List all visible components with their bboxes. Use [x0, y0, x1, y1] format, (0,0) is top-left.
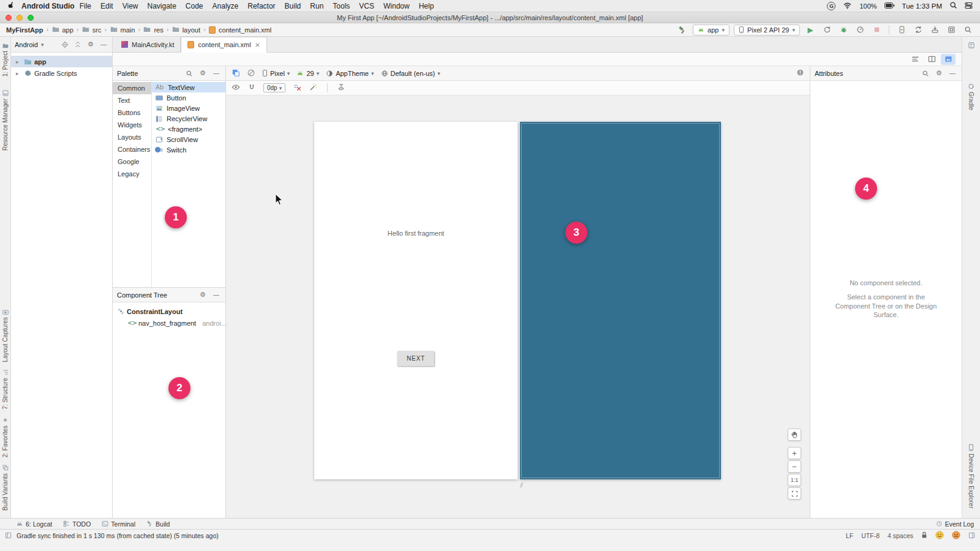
zoom-in-button[interactable]: +	[788, 447, 801, 459]
default-margin-dropdown[interactable]: 0dp ▾	[263, 83, 285, 92]
menu-file[interactable]: File	[80, 2, 91, 10]
event-log-button[interactable]: Event Log	[936, 520, 974, 528]
design-view-icon[interactable]	[941, 54, 956, 65]
resize-handle-icon[interactable]: ⫽	[520, 481, 523, 489]
close-window-button[interactable]	[6, 15, 12, 21]
battery-icon[interactable]	[884, 2, 895, 10]
surface-mode-icon[interactable]	[232, 69, 240, 78]
spotlight-icon[interactable]	[949, 1, 957, 10]
status-message[interactable]: Gradle sync finished in 1 s 130 ms (from…	[17, 532, 219, 539]
zoom-out-button[interactable]: −	[788, 460, 801, 473]
hide-panel-icon[interactable]: —	[948, 69, 957, 78]
avd-manager-icon[interactable]	[895, 24, 908, 36]
search-icon[interactable]	[184, 69, 194, 78]
control-center-icon[interactable]	[965, 2, 973, 10]
tree-item-nav-host-fragment[interactable]: <> nav_host_fragment androi...	[113, 317, 225, 329]
code-view-icon[interactable]	[908, 54, 922, 65]
settings-gear-icon[interactable]: ⚙	[86, 40, 96, 50]
view-options-eye-icon[interactable]	[232, 84, 240, 92]
palette-category-google[interactable]: Google	[113, 156, 151, 168]
infer-constraints-icon[interactable]	[309, 83, 317, 92]
wifi-icon[interactable]	[843, 2, 852, 10]
menu-edit[interactable]: Edit	[100, 2, 113, 10]
crumb-app[interactable]: app	[62, 26, 74, 34]
project-tree-item-gradle-scripts[interactable]: ▸ Gradle Scripts	[11, 67, 112, 79]
palette-category-containers[interactable]: Containers	[113, 143, 151, 156]
zoom-fit-icon[interactable]	[788, 487, 801, 500]
menubar-app-name[interactable]: Android Studio	[21, 2, 75, 10]
emoji-happy-icon[interactable]	[935, 531, 944, 541]
palette-category-layouts[interactable]: Layouts	[113, 131, 151, 143]
crumb-main[interactable]: main	[121, 26, 135, 34]
tool-tab-build[interactable]: Build	[146, 520, 170, 528]
blueprint-view[interactable]	[520, 122, 721, 479]
screen-reader-icon[interactable]	[968, 532, 975, 540]
minimize-window-button[interactable]	[17, 15, 23, 21]
hide-panel-icon[interactable]: —	[211, 290, 221, 300]
zoom-ratio-button[interactable]: 1:1	[788, 474, 801, 486]
close-tab-icon[interactable]: ×	[255, 41, 260, 49]
project-tree-item-app[interactable]: ▸ app	[11, 56, 112, 67]
indent-widget[interactable]: 4 spaces	[888, 532, 913, 539]
sidebar-item-resource-manager[interactable]: Resource Manager	[2, 90, 9, 151]
menubar-clock[interactable]: Tue 1:33 PM	[902, 2, 942, 10]
device-dropdown[interactable]: Pixel 2 API 29 ▾	[734, 24, 800, 36]
palette-category-text[interactable]: Text	[113, 94, 151, 107]
tool-tab-logcat[interactable]: 6: Logcat	[16, 520, 52, 528]
tool-tab-todo[interactable]: TODO	[63, 520, 91, 528]
sidebar-item-project[interactable]: 1: Project	[2, 43, 9, 77]
run-config-dropdown[interactable]: app ▾	[693, 24, 729, 36]
run-button[interactable]: ▶	[804, 24, 816, 36]
palette-category-buttons[interactable]: Buttons	[113, 107, 151, 119]
sidebar-item-gradle[interactable]: Gradle	[968, 83, 974, 110]
menu-analyze[interactable]: Analyze	[213, 2, 239, 10]
encoding-widget[interactable]: UTF-8	[861, 532, 880, 539]
menu-tools[interactable]: Tools	[333, 2, 350, 10]
palette-item-scrollview[interactable]: ScrollView	[152, 134, 225, 144]
palette-category-common[interactable]: Common	[113, 82, 151, 94]
menu-navigate[interactable]: Navigate	[147, 2, 176, 10]
menu-build[interactable]: Build	[285, 2, 301, 10]
palette-item-button[interactable]: Button	[152, 92, 225, 103]
sidebar-item-device-file-explorer[interactable]: Device File Explorer	[968, 444, 974, 508]
crumb-file[interactable]: content_main.xml	[219, 26, 271, 34]
layout-inspector-icon[interactable]	[945, 24, 957, 36]
fragment-textview[interactable]: Hello first fragment	[314, 230, 518, 237]
sidebar-item-build-variants[interactable]: Build Variants	[2, 465, 9, 511]
design-theme-dropdown[interactable]: AppTheme ▾	[326, 70, 374, 77]
project-view-selector[interactable]: Android	[15, 41, 38, 48]
design-surface[interactable]: Hello first fragment NEXT ⫽	[226, 96, 810, 518]
tab-mainactivity[interactable]: MainActivity.kt	[115, 37, 181, 52]
palette-item-textview[interactable]: Ab TextView	[152, 82, 225, 92]
next-button[interactable]: NEXT	[398, 351, 434, 366]
stop-button[interactable]	[870, 24, 883, 36]
tool-tab-terminal[interactable]: Terminal	[102, 520, 135, 528]
issue-panel-icon[interactable]	[796, 69, 804, 78]
sync-project-icon[interactable]	[912, 24, 924, 36]
sidebar-item-structure[interactable]: 7: Structure	[2, 369, 9, 410]
toolwindow-toggle-icon[interactable]	[5, 532, 12, 540]
locate-file-icon[interactable]	[60, 40, 70, 50]
split-view-icon[interactable]	[924, 54, 939, 65]
pan-hand-icon[interactable]	[788, 429, 801, 441]
hide-panel-icon[interactable]: —	[99, 40, 108, 50]
tab-content-main[interactable]: content_main.xml ×	[181, 37, 266, 53]
palette-item-switch[interactable]: Switch	[152, 144, 225, 155]
menu-vcs[interactable]: VCS	[359, 2, 374, 10]
debug-button[interactable]	[837, 24, 850, 36]
sidebar-item-layout-captures[interactable]: Layout Captures	[2, 309, 9, 362]
guideline-icon[interactable]	[337, 83, 345, 92]
design-locale-dropdown[interactable]: Default (en-us) ▾	[381, 70, 440, 77]
palette-category-widgets[interactable]: Widgets	[113, 119, 151, 131]
expand-chevron-icon[interactable]: ▸	[16, 59, 21, 65]
crumb-src[interactable]: src	[92, 26, 102, 34]
clear-constraints-icon[interactable]	[293, 83, 301, 92]
design-device-dropdown[interactable]: Pixel ▾	[262, 69, 290, 77]
apple-icon[interactable]	[7, 1, 15, 11]
settings-gear-icon[interactable]: ⚙	[934, 69, 944, 78]
sdk-manager-icon[interactable]	[929, 24, 941, 36]
palette-item-imageview[interactable]: ImageView	[152, 103, 225, 113]
design-api-dropdown[interactable]: 29 ▾	[296, 70, 319, 77]
menu-window[interactable]: Window	[383, 2, 410, 10]
expand-chevron-icon[interactable]: ▸	[16, 70, 21, 77]
